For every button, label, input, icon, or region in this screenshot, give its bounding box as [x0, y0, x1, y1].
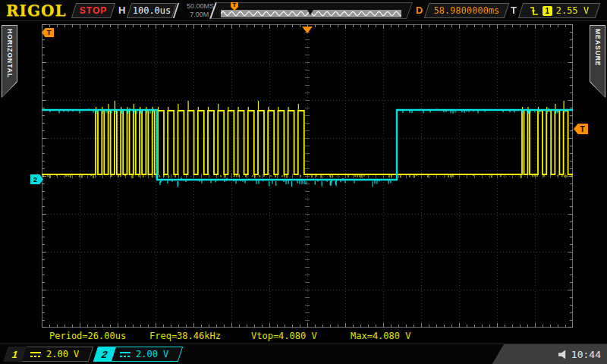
trigger-level-flag[interactable]: T: [574, 124, 588, 134]
measurement-freq: Freq=38.46kHz: [149, 331, 221, 341]
clock: 10:44: [571, 349, 601, 360]
clock-area: 10:44: [492, 344, 607, 364]
delay-value: 58.9800000ms: [426, 3, 507, 18]
delay-value-button[interactable]: 58.9800000ms: [426, 3, 507, 18]
channel-2-button[interactable]: 2 2.00 V: [96, 347, 181, 362]
dc-coupling-icon: [30, 351, 41, 358]
oscilloscope-screen: RIGOL STOP H 100.0us 50.00MSa/s 7.00M pt…: [0, 0, 607, 364]
waveform-display: [42, 24, 573, 328]
delay-label: D: [416, 5, 423, 16]
tab-horizontal[interactable]: HORIZONTAL: [2, 25, 17, 98]
dc-coupling-icon: [120, 351, 131, 358]
memory-waveform-icon: [221, 10, 401, 17]
trigger-level-value: 2.55 V: [556, 5, 589, 16]
timebase-value: 100.0us: [129, 3, 175, 18]
measurement-period: Period=26.00us: [49, 331, 126, 341]
falling-edge-icon: [530, 6, 539, 16]
measurement-vtop: Vtop=4.080 V: [251, 331, 317, 341]
rigol-logo: RIGOL: [6, 2, 67, 20]
waveform-memory-bar: [221, 10, 401, 17]
channel-1-scale: 2.00 V: [46, 349, 79, 359]
trigger-label: T: [511, 5, 517, 16]
memory-position-bar: T: [212, 2, 410, 19]
timebase-button[interactable]: 100.0us: [129, 3, 175, 18]
channel-2-scale: 2.00 V: [136, 349, 168, 359]
run-status-label: STOP: [74, 3, 113, 18]
top-status-bar: RIGOL STOP H 100.0us 50.00MSa/s 7.00M pt…: [0, 0, 607, 21]
speaker-icon[interactable]: [558, 350, 568, 359]
channel-1-button[interactable]: 1 2.00 V: [6, 347, 91, 362]
trigger-source-badge: 1: [543, 6, 552, 16]
horizontal-label: H: [118, 5, 125, 16]
trigger-settings-button[interactable]: 1 2.55 V: [521, 3, 598, 18]
tab-horizontal-label: HORIZONTAL: [6, 26, 14, 78]
run-status-button[interactable]: STOP: [74, 3, 113, 18]
channel-status-bar: 1 2.00 V 2 2.00 V 10:44: [0, 344, 607, 364]
tab-measure[interactable]: MEASURE: [590, 25, 605, 98]
measurement-max: Max=4.080 V: [351, 331, 410, 341]
tab-measure-label: MEASURE: [594, 26, 602, 67]
